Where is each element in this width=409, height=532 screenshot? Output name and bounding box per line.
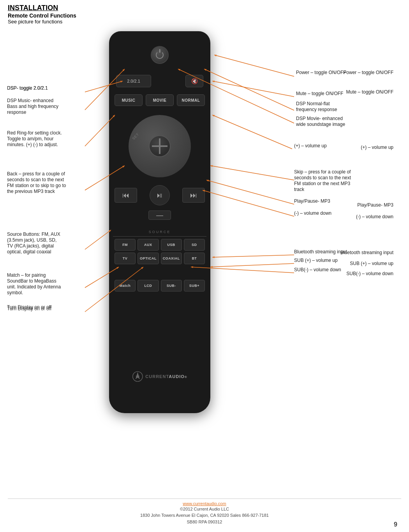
svg-line-4: [212, 81, 294, 97]
set-label: SET: [131, 132, 140, 141]
remote-body: 2.0/2.1 🔇 MUSIC MOVIE NORMAL SET ⏮: [109, 31, 210, 413]
sub-plus-button[interactable]: SUB+: [184, 280, 205, 292]
skip-button[interactable]: ⏭: [182, 188, 205, 203]
coaxial-button[interactable]: COAXIAL: [161, 253, 182, 264]
brand-area: CURRENTAUDIO®: [132, 371, 187, 382]
footer: www.currentaudio.com ©2012 Current Audio…: [0, 498, 409, 525]
svg-marker-56: [212, 256, 215, 258]
svg-text:Back – press for a couple of: Back – press for a couple of: [7, 171, 65, 177]
aux-button[interactable]: AUX: [138, 239, 159, 251]
svg-marker-2: [214, 55, 217, 57]
svg-text:DSP Music- enhanced: DSP Music- enhanced: [7, 98, 53, 103]
svg-text:Toggle to am/pm, hour: Toggle to am/pm, hour: [7, 136, 53, 141]
svg-text:the previous MP3 track: the previous MP3 track: [7, 189, 55, 194]
brand-name: CURRENTAUDIO®: [145, 374, 187, 379]
optical-button[interactable]: OPTICAL: [138, 253, 159, 264]
svg-line-1: [214, 55, 294, 76]
svg-text:(-) – volume down: (-) – volume down: [294, 210, 331, 216]
mute-button[interactable]: 🔇: [185, 75, 203, 87]
dsp-mode-row: MUSIC MOVIE NORMAL: [115, 94, 205, 106]
dsp-row: 2.0/2.1 🔇: [116, 75, 203, 87]
svg-text:Match – for pairing: Match – for pairing: [7, 272, 46, 278]
mute-icon: 🔇: [191, 78, 198, 84]
match-button[interactable]: Match: [115, 280, 136, 292]
svg-line-55: [212, 255, 294, 257]
footer-url[interactable]: www.currentaudio.com: [0, 501, 409, 506]
annotation-lcd: Turn Display on or off: [7, 304, 51, 310]
svg-text:DSP Movie- enhanced: DSP Movie- enhanced: [296, 116, 343, 121]
svg-text:track: track: [294, 187, 305, 192]
sub-minus-button[interactable]: SUB-: [161, 280, 182, 292]
svg-text:Power – toggle ON/OFF: Power – toggle ON/OFF: [296, 70, 346, 75]
bt-button[interactable]: BT: [184, 253, 205, 264]
annotation-vol-down: (-) – volume down: [356, 214, 393, 220]
svg-text:Source Buttons: FM, AUX: Source Buttons: FM, AUX: [7, 232, 60, 237]
remote-control: 2.0/2.1 🔇 MUSIC MOVIE NORMAL SET ⏮: [109, 31, 210, 413]
play-pause-icon: ⏯: [156, 191, 163, 200]
header: INSTALLATION Remote Control Functions Se…: [8, 4, 76, 25]
plus-vertical: [159, 138, 160, 154]
fm-button[interactable]: FM: [115, 239, 136, 251]
annotation-play-pause: Play/Pause- MP3: [357, 202, 393, 208]
svg-text:optical, digital coaxial: optical, digital coaxial: [7, 249, 51, 255]
power-icon: [156, 51, 164, 59]
lcd-button[interactable]: LCD: [138, 280, 159, 292]
svg-text:Skip – press for a couple of: Skip – press for a couple of: [294, 169, 351, 175]
footer-address: 1830 John Towers Avenue El Cajon, CA 920…: [0, 512, 409, 519]
svg-text:DSP Normal-flat: DSP Normal-flat: [296, 101, 330, 106]
usb-button[interactable]: USB: [161, 239, 182, 251]
wheel-outer[interactable]: SET: [129, 115, 191, 177]
svg-marker-38: [210, 165, 213, 167]
svg-text:seconds to scan to the next: seconds to scan to the next: [294, 175, 351, 180]
play-pause-button[interactable]: ⏯: [150, 185, 170, 205]
svg-line-43: [206, 180, 294, 204]
svg-text:minutes. (+) (-) to adjust.: minutes. (+) (-) to adjust.: [7, 142, 58, 147]
footer-model: SB80 RPA 090312: [0, 519, 409, 525]
tv-button[interactable]: TV: [115, 253, 136, 264]
svg-text:(+) – volume up: (+) – volume up: [294, 143, 327, 148]
footer-copyright: ©2012 Current Audio LLC: [0, 506, 409, 513]
svg-text:(3.5mm jack), USB, SD,: (3.5mm jack), USB, SD,: [7, 237, 56, 243]
volume-down-button[interactable]: —: [148, 210, 171, 220]
svg-marker-5: [212, 81, 215, 83]
annotation-sub-plus: SUB (+) – volume up: [350, 260, 393, 267]
dsp-toggle-button[interactable]: 2.0/2.1: [116, 75, 151, 87]
svg-line-15: [204, 69, 294, 110]
svg-text:frequency response: frequency response: [296, 107, 337, 112]
source-label: SOURCE: [113, 230, 206, 234]
svg-text:TV (RCA jacks), digital: TV (RCA jacks), digital: [7, 243, 54, 249]
svg-line-28: [212, 115, 292, 149]
svg-text:Red Ring-for setting clock.: Red Ring-for setting clock.: [7, 130, 62, 136]
sd-button[interactable]: SD: [184, 239, 205, 251]
annotation-sub-minus: SUB(-) – volume down: [346, 270, 393, 277]
annotation-mute: Mute – toggle ON/OFF: [346, 89, 393, 95]
normal-button[interactable]: NORMAL: [177, 94, 205, 106]
annotation-bluetooth: Bluetooth streaming input: [340, 249, 393, 256]
svg-line-49: [85, 230, 111, 249]
transport-row: ⏮ ⏯ ⏭: [115, 185, 205, 205]
power-button[interactable]: [151, 46, 169, 64]
svg-text:Mute – toggle ON/OFF: Mute – toggle ON/OFF: [296, 91, 343, 96]
brand-logo-icon: [132, 371, 143, 382]
svg-text:Play/Pause- MP3: Play/Pause- MP3: [294, 198, 330, 204]
source-divider: [113, 236, 206, 237]
music-button[interactable]: MUSIC: [115, 94, 143, 106]
annotation-vol-up: (+) – volume up: [361, 144, 393, 150]
bottom-row: Match LCD SUB- SUB+: [113, 280, 206, 292]
svg-text:FM station or to skip to go to: FM station or to skip to go to: [7, 183, 66, 188]
svg-marker-29: [212, 115, 215, 117]
svg-text:wide soundstage image: wide soundstage image: [296, 122, 345, 127]
back-icon: ⏮: [122, 191, 129, 200]
source-grid: FM AUX USB SD TV OPTICAL COAXIAL BT: [113, 239, 206, 264]
navigation-wheel[interactable]: SET: [129, 115, 191, 177]
wheel-center[interactable]: [149, 135, 171, 157]
movie-button[interactable]: MOVIE: [146, 94, 174, 106]
section-description: See picture for functions: [8, 19, 76, 25]
svg-text:symbol.: symbol.: [7, 290, 23, 295]
svg-text:SUB(-) – volume down: SUB(-) – volume down: [294, 267, 341, 272]
skip-icon: ⏭: [190, 191, 197, 200]
svg-text:Bluetooth streaming input: Bluetooth streaming input: [294, 249, 347, 255]
back-button[interactable]: ⏮: [115, 188, 137, 203]
svg-text:unit. Indicated by Antenna: unit. Indicated by Antenna: [7, 284, 61, 290]
page-title: INSTALLATION: [8, 4, 76, 12]
